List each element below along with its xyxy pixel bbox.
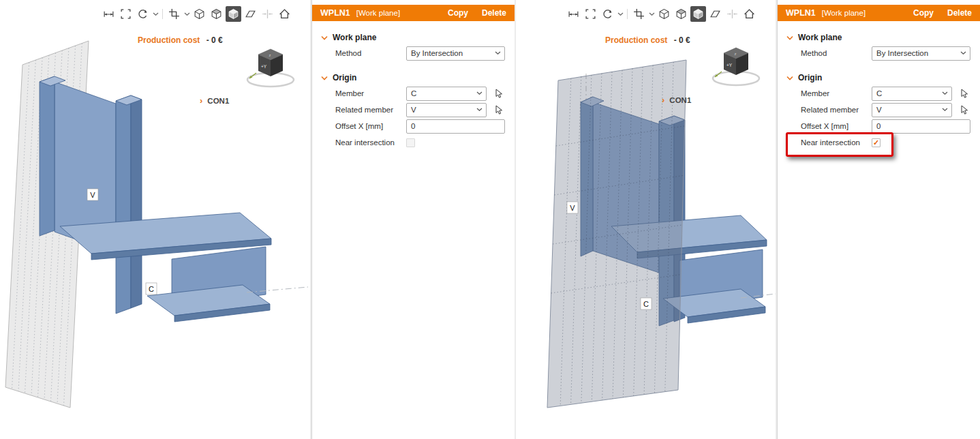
orbit-icon[interactable] (600, 6, 615, 22)
panel-title: WPLN1 (320, 8, 350, 18)
collapse-chevron-icon (786, 76, 793, 80)
method-row: Method By Intersection (312, 45, 515, 61)
view-cube-solid-icon[interactable] (690, 6, 706, 22)
dropdown-chevron-icon (495, 51, 501, 55)
production-cost: Production cost - 0 € (138, 35, 223, 45)
member-label: Member (801, 89, 872, 97)
svg-text:z: z (735, 52, 737, 56)
zoom-extents-icon[interactable] (118, 6, 134, 22)
section-cut-icon[interactable] (631, 6, 647, 22)
perspective-icon[interactable] (707, 6, 723, 22)
near-intersection-checkbox[interactable] (406, 138, 415, 147)
delete-button[interactable]: Delete (947, 8, 972, 18)
view-cube-shaded-icon[interactable] (673, 6, 689, 22)
scene-right[interactable]: V C z +Y (516, 0, 776, 439)
view-cube-solid-icon[interactable] (226, 6, 241, 22)
near-intersection-label: Near intersection (335, 138, 406, 147)
near-intersection-checkbox[interactable]: ✓ (872, 138, 881, 147)
orbit-icon[interactable] (135, 6, 151, 22)
member-pick-cursor-icon[interactable] (960, 87, 970, 100)
checkmark-icon: ✓ (873, 139, 879, 147)
related-member-value: V (876, 106, 942, 114)
section-dropdown-chevron-icon[interactable] (183, 6, 190, 22)
perspective-icon[interactable] (243, 6, 258, 22)
offset-x-input[interactable] (872, 119, 970, 134)
delete-button[interactable]: Delete (482, 8, 506, 18)
view-cube-shaded-icon[interactable] (209, 6, 224, 22)
svg-text:V: V (570, 204, 575, 212)
related-member-dropdown[interactable]: V (406, 103, 487, 117)
section-label: Origin (798, 73, 822, 82)
section-cut-icon[interactable] (166, 6, 182, 22)
home-icon[interactable] (277, 6, 292, 22)
section-origin[interactable]: Origin (312, 70, 515, 85)
offset-x-input[interactable] (406, 119, 505, 134)
method-row: Method By Intersection (778, 45, 980, 61)
viewport-toolbar (566, 6, 757, 22)
orbit-dropdown-chevron-icon[interactable] (152, 6, 159, 22)
dropdown-chevron-icon (476, 91, 483, 95)
section-work-plane[interactable]: Work plane (312, 30, 515, 45)
related-member-row: Related member V (312, 102, 515, 118)
work-plane-surface[interactable] (547, 60, 686, 408)
toolbar-separator (627, 9, 628, 19)
properties-panel-right: WPLN1 [Work plane] Copy Delete Work plan… (777, 0, 980, 439)
panel-header: WPLN1 [Work plane] Copy Delete (778, 5, 980, 21)
related-member-dropdown[interactable]: V (872, 103, 952, 117)
tree-item-con1[interactable]: › CON1 (200, 97, 229, 105)
member-label-v: V (87, 189, 98, 200)
member-row: Member C (778, 85, 980, 102)
toolbar-separator (162, 9, 163, 19)
navigation-cube[interactable]: z +Y (247, 49, 294, 87)
view-cube-wire-icon[interactable] (192, 6, 207, 22)
related-member-pick-cursor-icon[interactable] (960, 104, 970, 116)
view-cube-wire-icon[interactable] (656, 6, 672, 22)
offset-x-label: Offset X [mm] (335, 122, 406, 130)
member-beam-c[interactable] (60, 213, 271, 322)
svg-text:C: C (149, 285, 154, 293)
production-cost-value: - 0 € (674, 35, 690, 45)
dropdown-chevron-icon (960, 51, 966, 55)
viewport-3d-left[interactable]: V C z +Y Production cost (0, 0, 310, 439)
member-dropdown[interactable]: C (406, 87, 487, 101)
tree-item-con1[interactable]: › CON1 (662, 96, 691, 104)
collapse-chevron-icon (786, 35, 793, 40)
near-intersection-row: Near intersection (312, 134, 515, 151)
viewport-3d-right[interactable]: V C z +Y Production cost (516, 0, 776, 439)
navigation-cube[interactable]: z +Y (713, 48, 759, 85)
collapse-chevron-icon (321, 76, 328, 80)
method-dropdown[interactable]: By Intersection (406, 46, 505, 61)
related-member-pick-cursor-icon[interactable] (495, 104, 505, 116)
section-dropdown-chevron-icon[interactable] (648, 6, 655, 22)
member-dropdown[interactable]: C (872, 87, 952, 101)
tree-expand-chevron-icon[interactable]: › (662, 96, 664, 104)
method-dropdown[interactable]: By Intersection (872, 46, 970, 61)
properties-panel-left: WPLN1 [Work plane] Copy Delete Work plan… (311, 0, 515, 439)
offset-x-row: Offset X [mm] (778, 118, 980, 134)
dimension-icon[interactable] (566, 6, 581, 22)
dimension-icon[interactable] (101, 6, 117, 22)
panel-header: WPLN1 [Work plane] Copy Delete (312, 5, 515, 21)
home-icon[interactable] (741, 6, 757, 22)
near-intersection-row: Near intersection ✓ (778, 134, 980, 151)
offset-x-label: Offset X [mm] (801, 122, 872, 130)
section-work-plane[interactable]: Work plane (778, 30, 980, 45)
member-label: Member (335, 89, 406, 97)
copy-button[interactable]: Copy (448, 8, 468, 18)
copy-button[interactable]: Copy (913, 8, 934, 18)
member-pick-cursor-icon[interactable] (495, 87, 505, 100)
section-label: Work plane (798, 33, 842, 42)
tree-expand-chevron-icon[interactable]: › (200, 97, 202, 105)
collapse-chevron-icon (321, 35, 328, 40)
svg-text:+Y: +Y (261, 64, 267, 69)
member-value: C (411, 89, 476, 97)
related-member-label: Related member (801, 106, 872, 114)
svg-text:+Y: +Y (726, 63, 733, 67)
orbit-dropdown-chevron-icon[interactable] (617, 6, 624, 22)
dropdown-chevron-icon (476, 108, 483, 112)
scene-left[interactable]: V C z +Y (0, 0, 310, 439)
panel-subtitle: [Work plane] (822, 9, 866, 17)
section-origin[interactable]: Origin (778, 70, 980, 85)
production-cost: Production cost - 0 € (605, 35, 690, 45)
zoom-extents-icon[interactable] (583, 6, 598, 22)
